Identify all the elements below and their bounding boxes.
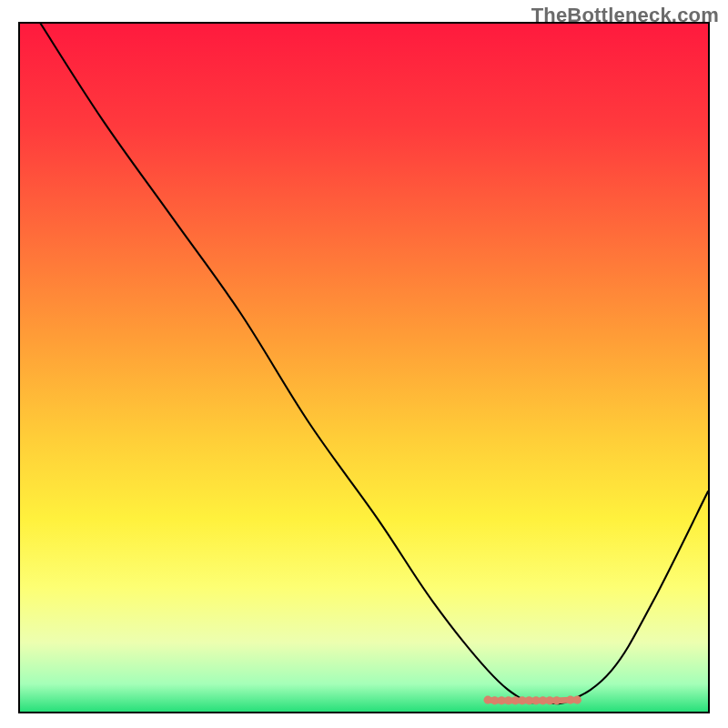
marker-dot xyxy=(552,696,561,704)
chart-frame xyxy=(18,22,710,713)
watermark-text: TheBottleneck.com xyxy=(531,4,719,27)
selected-range-markers xyxy=(484,696,581,705)
marker-dot xyxy=(573,696,581,704)
marker-layer xyxy=(20,24,708,712)
